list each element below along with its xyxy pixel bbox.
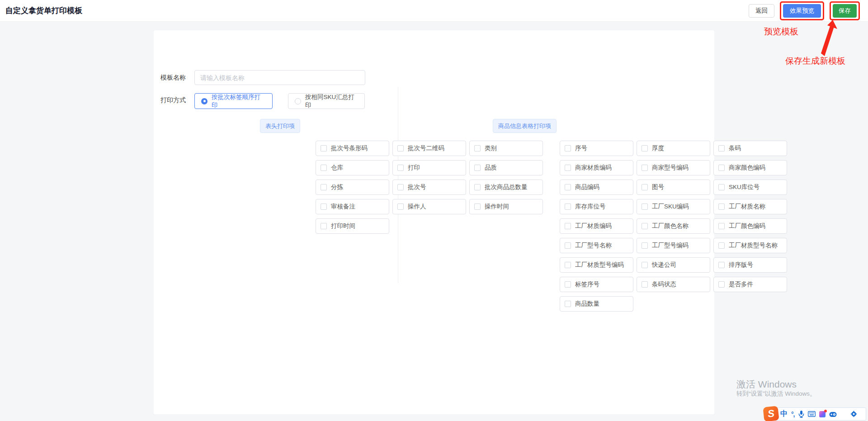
checkbox-icon[interactable] [474,184,481,190]
print-item-checkbox[interactable]: 排序版号 [713,257,787,273]
print-item-checkbox[interactable]: 快递公司 [637,257,710,273]
checkbox-icon[interactable] [397,184,404,190]
print-item-checkbox[interactable]: 批次号 [392,180,466,195]
checkbox-icon[interactable] [321,203,327,210]
checkbox-icon[interactable] [718,165,725,171]
print-item-checkbox[interactable]: 是否多件 [713,277,787,292]
checkbox-icon[interactable] [565,145,571,151]
checkbox-icon[interactable] [565,203,571,210]
checkbox-icon[interactable] [642,184,648,190]
toolbox-icon[interactable] [840,411,847,417]
print-item-checkbox[interactable]: 商家颜色编码 [713,160,787,175]
checkbox-icon[interactable] [474,165,481,171]
print-item-checkbox[interactable]: 类别 [469,141,543,156]
checkbox-icon[interactable] [321,145,327,151]
print-item-checkbox[interactable]: 条码 [713,141,787,156]
print-item-label: 工厂型号名称 [575,241,612,250]
checkbox-icon[interactable] [321,165,327,171]
back-button[interactable]: 返回 [749,4,774,18]
robot-assistant-icon[interactable] [829,411,837,417]
print-item-checkbox[interactable]: 厚度 [637,141,710,156]
checkbox-icon[interactable] [397,203,404,210]
checkbox-icon[interactable] [321,223,327,229]
radio-print-by-batch-order[interactable]: 按批次标签顺序打印 [194,93,273,109]
checkbox-icon[interactable] [565,223,571,229]
print-item-checkbox[interactable]: 标签序号 [560,277,633,292]
checkbox-icon[interactable] [642,165,648,171]
print-item-checkbox[interactable]: 工厂SKU编码 [637,199,710,214]
checkbox-icon[interactable] [642,223,648,229]
template-name-input[interactable] [194,70,365,85]
print-item-checkbox[interactable]: 工厂颜色编码 [713,218,787,234]
print-item-checkbox[interactable]: 打印时间 [316,218,389,234]
print-item-checkbox[interactable]: 品质 [469,160,543,175]
checkbox-icon[interactable] [474,203,481,210]
checkbox-icon[interactable] [565,184,571,190]
annotation-arrow-icon [813,20,840,57]
preview-button[interactable]: 效果预览 [783,4,821,18]
checkbox-icon[interactable] [642,242,648,249]
print-item-checkbox[interactable]: 工厂材质名称 [713,199,787,214]
print-item-checkbox[interactable]: 工厂型号名称 [560,238,633,253]
checkbox-icon[interactable] [718,281,725,288]
print-item-checkbox[interactable]: 序号 [560,141,633,156]
print-item-checkbox[interactable]: 仓库 [316,160,389,175]
checkbox-icon[interactable] [718,145,725,151]
print-item-checkbox[interactable]: 工厂型号编码 [637,238,710,253]
print-item-checkbox[interactable]: 工厂材质型号编码 [560,257,633,273]
print-item-checkbox[interactable]: 商家型号编码 [637,160,710,175]
print-item-checkbox[interactable]: 工厂颜色名称 [637,218,710,234]
checkbox-icon[interactable] [397,165,404,171]
checkbox-icon[interactable] [718,203,725,210]
checkbox-icon[interactable] [565,281,571,288]
print-item-checkbox[interactable]: 批次商品总数量 [469,180,543,195]
print-item-checkbox[interactable]: 操作人 [392,199,466,214]
print-item-checkbox[interactable]: 分拣 [316,180,389,195]
checkbox-icon[interactable] [718,184,725,190]
print-item-checkbox[interactable]: SKU库位号 [713,180,787,195]
radio-print-by-sku-summary[interactable]: 按相同SKU汇总打印 [288,93,365,109]
checkbox-icon[interactable] [642,145,648,151]
checkbox-icon[interactable] [718,242,725,249]
print-item-checkbox[interactable]: 工厂材质编码 [560,218,633,234]
print-item-checkbox[interactable]: 审核备注 [316,199,389,214]
settings-icon[interactable] [850,411,857,417]
print-item-checkbox[interactable]: 图号 [637,180,710,195]
punctuation-icon[interactable]: °, [791,411,795,418]
print-item-label: 是否多件 [729,280,753,289]
checkbox-icon[interactable] [718,223,725,229]
print-item-label: 工厂材质名称 [729,203,765,211]
sogou-logo-icon[interactable]: S [763,406,779,421]
print-item-label: 商品编码 [575,183,599,191]
print-item-checkbox[interactable]: 打印 [392,160,466,175]
print-item-checkbox[interactable]: 库存库位号 [560,199,633,214]
checkbox-icon[interactable] [565,262,571,268]
header-section-title: 表头打印项 [260,119,300,133]
checkbox-icon[interactable] [565,242,571,249]
checkbox-icon[interactable] [642,203,648,210]
keyboard-icon[interactable] [808,411,816,417]
print-item-label: 快递公司 [652,261,676,269]
microphone-icon[interactable] [798,411,804,418]
checkbox-icon[interactable] [642,281,648,288]
checkbox-icon[interactable] [565,301,571,307]
checkbox-icon[interactable] [642,262,648,268]
checkbox-icon[interactable] [474,145,481,151]
print-item-checkbox[interactable]: 操作时间 [469,199,543,214]
print-item-checkbox[interactable]: 商品数量 [560,296,633,312]
checkbox-icon[interactable] [321,184,327,190]
print-item-checkbox[interactable]: 条码状态 [637,277,710,292]
checkbox-icon[interactable] [718,262,725,268]
checkbox-icon[interactable] [397,145,404,151]
chinese-mode-icon[interactable]: 中 [780,409,788,419]
checkbox-icon[interactable] [565,165,571,171]
print-item-checkbox[interactable]: 工厂材质型号名称 [713,238,787,253]
save-button[interactable]: 保存 [833,4,857,18]
print-item-checkbox[interactable]: 批次号条形码 [316,141,389,156]
print-item-label: 批次号 [408,183,426,191]
print-item-checkbox[interactable]: 批次号二维码 [392,141,466,156]
print-item-checkbox[interactable]: 商品编码 [560,180,633,195]
skin-theme-icon[interactable] [819,411,826,417]
print-item-label: 厚度 [652,144,664,152]
print-item-checkbox[interactable]: 商家材质编码 [560,160,633,175]
